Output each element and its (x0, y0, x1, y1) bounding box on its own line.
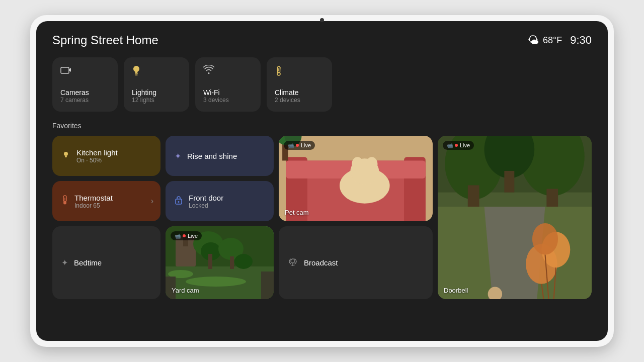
rise-shine-text: Rise and shine (187, 152, 237, 160)
cameras-sub: 7 cameras (60, 97, 110, 104)
climate-name: Climate (275, 88, 324, 97)
wifi-icon (203, 65, 253, 77)
svg-point-9 (64, 152, 68, 156)
rise-shine-icon: ✦ (175, 151, 181, 161)
kitchen-light-text: Kitchen light On · 50% (76, 148, 118, 164)
category-card-climate[interactable]: Climate 2 devices (267, 57, 332, 112)
doorbell-card[interactable]: 📹 Live Doorbell (438, 136, 592, 299)
yard-cam-live-badge: 📹 Live (171, 231, 202, 240)
wifi-name: Wi-Fi (203, 88, 253, 97)
thermostat-sub: Indoor 65 (74, 202, 113, 209)
svg-point-26 (186, 277, 246, 287)
cameras-name: Cameras (60, 88, 110, 97)
broadcast-text: Broadcast (304, 258, 338, 267)
temperature: 68°F (543, 35, 562, 46)
broadcast-icon (288, 257, 298, 268)
yard-cam-card[interactable]: 📹 Live Yard cam (166, 226, 274, 299)
svg-point-36 (352, 157, 363, 171)
svg-rect-0 (61, 67, 69, 73)
front-door-icon (175, 195, 183, 208)
pet-cam-live-badge: 📹 Live (284, 141, 315, 150)
kitchen-light-icon (61, 150, 70, 162)
svg-point-22 (234, 254, 253, 269)
pet-cam-label: Pet cam (285, 209, 309, 216)
thermostat-text: Thermostat Indoor 65 (74, 194, 113, 209)
category-cards: Cameras 7 cameras Lighting 12 lights (52, 57, 592, 112)
svg-point-41 (291, 259, 295, 263)
svg-rect-3 (135, 75, 138, 76)
tablet-frame: Spring Street Home 🌤 68°F 9:30 (30, 15, 614, 347)
lighting-name: Lighting (132, 88, 181, 97)
doorbell-label: Doorbell (444, 287, 468, 294)
pet-cam-card[interactable]: 📹 Live Pet cam (279, 136, 433, 221)
bedtime-icon: ✦ (61, 258, 68, 267)
front-door-text: Front door Locked (189, 194, 223, 209)
weather-icon: 🌤 (528, 34, 539, 47)
tablet-screen: Spring Street Home 🌤 68°F 9:30 (36, 21, 608, 341)
wifi-sub: 3 devices (203, 97, 253, 104)
doorbell-live-badge: 📹 Live (443, 141, 474, 150)
svg-point-14 (178, 201, 180, 203)
rise-shine-card[interactable]: ✦ Rise and shine (166, 136, 274, 176)
svg-rect-2 (135, 73, 138, 74)
category-card-cameras[interactable]: Cameras 7 cameras (52, 57, 118, 112)
bedtime-card[interactable]: ✦ Bedtime (52, 226, 160, 299)
lighting-sub: 12 lights (132, 97, 181, 104)
doorbell-live-text: Live (460, 142, 470, 148)
thermostat-card[interactable]: Thermostat Indoor 65 › (52, 181, 160, 221)
kitchen-light-card[interactable]: Kitchen light On · 50% (52, 136, 160, 176)
bedtime-name: Bedtime (74, 258, 102, 267)
kitchen-light-name: Kitchen light (76, 148, 118, 157)
category-card-lighting[interactable]: Lighting 12 lights (124, 57, 189, 112)
front-door-sub: Locked (189, 202, 223, 209)
favorites-grid: Kitchen light On · 50% Thermostat Indoor… (52, 136, 592, 329)
svg-point-37 (366, 157, 378, 171)
kitchen-light-sub: On · 50% (76, 157, 118, 164)
lighting-icon (132, 65, 181, 79)
broadcast-name: Broadcast (304, 258, 338, 267)
header-right: 🌤 68°F 9:30 (528, 34, 592, 47)
thermostat-name: Thermostat (74, 194, 113, 202)
home-title: Spring Street Home (52, 33, 158, 47)
broadcast-card[interactable]: Broadcast (279, 226, 433, 299)
svg-point-12 (63, 201, 66, 204)
bedtime-text: Bedtime (74, 258, 102, 267)
yard-cam-label: Yard cam (172, 287, 199, 294)
svg-point-54 (532, 223, 558, 255)
rise-shine-name: Rise and shine (187, 152, 237, 160)
front-door-card[interactable]: Front door Locked (166, 181, 274, 221)
header: Spring Street Home 🌤 68°F 9:30 (52, 33, 592, 47)
cameras-icon (60, 65, 110, 77)
svg-rect-28 (261, 272, 274, 299)
thermostat-icon (61, 195, 68, 208)
time-display: 9:30 (570, 34, 592, 47)
tablet-camera (320, 18, 324, 22)
yard-cam-live-text: Live (188, 233, 198, 239)
front-door-name: Front door (189, 194, 223, 202)
climate-sub: 2 devices (275, 97, 324, 104)
svg-rect-24 (230, 256, 234, 269)
climate-icon (275, 65, 324, 79)
favorites-label: Favorites (52, 122, 592, 130)
category-card-wifi[interactable]: Wi-Fi 3 devices (195, 57, 261, 112)
svg-rect-49 (504, 171, 514, 193)
pet-cam-live-text: Live (301, 142, 311, 148)
svg-rect-23 (208, 254, 212, 269)
thermostat-chevron-icon: › (151, 197, 153, 206)
weather-display: 🌤 68°F (528, 34, 562, 47)
